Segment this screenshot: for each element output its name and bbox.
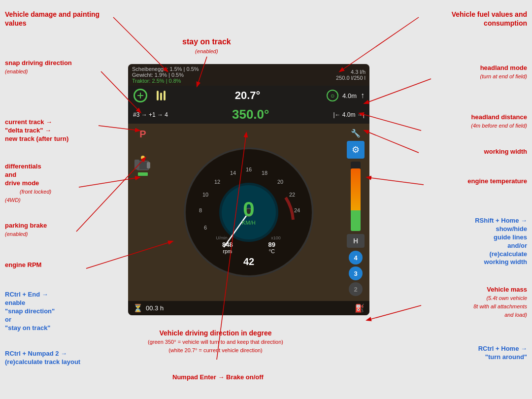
svg-text:22: 22	[289, 192, 295, 198]
headland-mode-label: headland mode (turn at end of field)	[480, 64, 527, 81]
headland-distance-label: headland distance (4m before end of fiel…	[471, 113, 527, 130]
kmh-label: KM/H	[242, 220, 256, 226]
working-width-label: working width	[484, 148, 527, 156]
nav-right: ⊙ 4.0m ↑	[327, 90, 365, 101]
top-left-title: Vehicle damage and painting values	[5, 10, 118, 28]
gauge-area: P	[128, 124, 369, 301]
gear-icon-blue: ⚙	[347, 141, 365, 159]
info-bar: Scheibenegge: 1.5% | 0.5% Gewicht: 1.9% …	[128, 64, 369, 86]
svg-text:x100: x100	[271, 235, 281, 240]
svg-text:U/min: U/min	[216, 235, 228, 240]
left-panel: P	[133, 129, 153, 185]
fuel-rate: 4.3 l/h	[336, 69, 366, 75]
temp-bar-orange	[351, 168, 361, 210]
svg-text:20: 20	[277, 179, 283, 185]
rctrl-home-label: RCtrl + Home → "turn around"	[478, 345, 527, 362]
dashboard: Scheibenegge: 1.5% | 0.5% Gewicht: 1.9% …	[128, 64, 369, 315]
svg-point-3	[141, 156, 145, 160]
snap-direction-label: snap driving direction (enabled)	[5, 59, 72, 76]
svg-text:16: 16	[246, 166, 252, 172]
differentials-label: differentials and drive mode (front lock…	[5, 163, 51, 204]
rpm-display: 848 rpm	[222, 241, 233, 254]
track-numbers: #3 → +1 → 4	[133, 111, 168, 118]
headland-distance-val: 4.0m	[342, 92, 357, 100]
fuel-pump-icon: ⛽	[355, 303, 365, 313]
info-line3: Traktor: 2.5% | 0.8%	[132, 78, 199, 84]
svg-rect-1	[147, 162, 150, 168]
svg-rect-4	[138, 172, 148, 176]
svg-text:24: 24	[294, 207, 300, 213]
svg-text:14: 14	[230, 170, 236, 176]
timer-info: ⏳ 00.3 h	[133, 303, 164, 313]
green-bearing: 350.0°	[232, 107, 269, 122]
temp-display: 89 °C	[268, 241, 275, 254]
gear-3: 3	[349, 266, 363, 280]
gear-numbers: 4 3 2	[349, 251, 363, 296]
svg-line-29	[365, 131, 419, 153]
track-info-bar: #3 → +1 → 4 350.0° |← 4.0m →|	[128, 105, 369, 124]
white-angle: 20.7°	[174, 89, 321, 102]
stay-on-track-label: stay on track (enabled)	[182, 37, 231, 56]
rctrl-end-label: RCtrl + End → enable "snap direction" or…	[5, 291, 55, 332]
rctrl-numpad2-label: RCtrl + Numpad 2 → (re)calculate track l…	[5, 350, 80, 366]
bottom-info: ⏳ 00.3 h ⛽	[128, 301, 369, 315]
svg-line-36	[367, 305, 421, 320]
up-arrow-icon: ↑	[361, 91, 365, 100]
tractor-diagram	[133, 149, 153, 183]
rpm-temp-display: 848 rpm 89 °C	[204, 241, 293, 254]
vehicle-direction-label: Vehicle driving direction in degree (gre…	[148, 329, 283, 355]
top-right-title: Vehicle fuel values and consumption	[414, 10, 527, 28]
svg-text:18: 18	[262, 170, 267, 176]
gear-4: 4	[349, 251, 363, 265]
current-track-label: current track → "delta track" → new trac…	[5, 118, 68, 143]
steering-wheel-icon	[133, 88, 148, 103]
rshift-home-label: RShift + Home → show/hide guide lines an…	[475, 217, 527, 266]
info-line2: Gewicht: 1.9% | 0.5%	[132, 72, 199, 78]
svg-text:8: 8	[199, 207, 202, 213]
max-speed: 42	[243, 256, 254, 267]
gear-2: 2	[349, 282, 363, 296]
engine-temp-label: engine temperature	[467, 177, 527, 186]
svg-text:12: 12	[214, 179, 220, 185]
svg-line-24	[340, 17, 419, 71]
engine-rpm-label: engine RPM	[5, 261, 41, 269]
timer-value: 00.3 h	[146, 304, 164, 312]
fuel-total: 250.0 l/250 l	[336, 75, 366, 81]
h-button: H	[347, 234, 365, 248]
track-lines-icon	[154, 88, 168, 103]
speedometer: 6 8 10 12 14 16 18 20 22 24 U	[180, 143, 318, 281]
temp-bar-green	[351, 210, 361, 231]
speed-value: 0	[242, 199, 256, 220]
svg-line-27	[365, 79, 431, 103]
numpad-enter-label: Numpad Enter → Brake on/off	[172, 373, 264, 382]
svg-rect-2	[134, 160, 139, 169]
direction-display: 20.7°	[174, 89, 321, 102]
nav-bar: 20.7° ⊙ 4.0m ↑	[128, 86, 369, 105]
svg-text:6: 6	[204, 225, 207, 231]
svg-line-34	[367, 177, 424, 185]
parking-p-indicator: P	[139, 129, 146, 140]
temp-bar	[351, 162, 361, 231]
svg-text:10: 10	[202, 192, 208, 198]
info-line1: Scheibenegge: 1.5% | 0.5%	[132, 66, 199, 72]
wrench-icon: 🔧	[351, 129, 361, 138]
headland-icon: ⊙	[327, 90, 338, 101]
working-width-val: |← 4.0m →|	[333, 111, 365, 118]
parking-brake-label: parking brake (enabled)	[5, 222, 47, 238]
svg-line-23	[113, 17, 167, 71]
vehicle-mass-label: Vehicle mass (5.4t own vehicle 8t with a…	[473, 286, 527, 319]
right-panel: 🔧 ⚙ H 4 3 2	[347, 129, 365, 296]
speed-center: 0 KM/H	[242, 199, 256, 226]
